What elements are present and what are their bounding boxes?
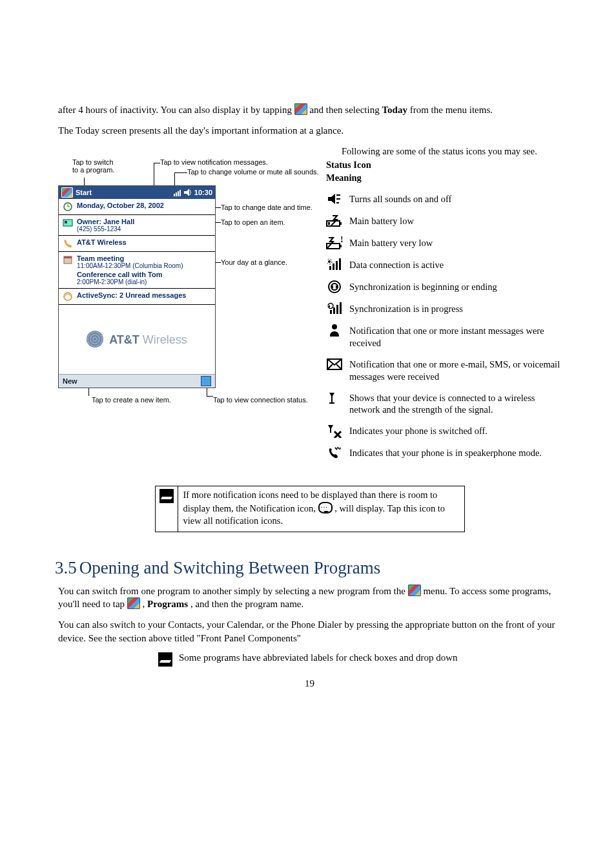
svg-rect-2 [178, 191, 179, 196]
svg-rect-21 [340, 245, 342, 247]
legend-row: Main battery low [326, 214, 561, 228]
svg-rect-19 [328, 222, 330, 225]
today-carrier-row[interactable]: AT&T Wireless [59, 236, 215, 252]
new-button[interactable]: New [63, 377, 77, 385]
legend-row: Shows that your device is connected to a… [326, 391, 561, 417]
start-label[interactable]: Start [76, 189, 92, 196]
legend-row: Notification that one or more instant me… [326, 324, 561, 349]
legend-text: Turns all sounds on and off [349, 192, 451, 205]
svg-rect-9 [65, 221, 67, 223]
im-notification-icon [326, 324, 343, 338]
legend-text: Notification that one or more instant me… [349, 324, 561, 349]
callout-datetime: Tap to change date and time. [221, 203, 313, 211]
callout-notifications: Tap to view notification messages. [160, 158, 268, 166]
legend-text: Indicates your phone is switched off. [349, 424, 488, 437]
programs-word: Programs [147, 599, 188, 609]
svg-rect-25 [336, 261, 338, 270]
notification-bubble-icon [318, 502, 333, 513]
legend-row: Indicates your phone is switched off. [326, 424, 561, 438]
title-bar[interactable]: Start 10:30 [59, 186, 215, 199]
today-screen: Start 10:30 Monda [58, 185, 216, 388]
phone-icon [63, 238, 73, 249]
svg-text:!: ! [340, 236, 343, 244]
appointment-detail: 11:00AM-12:30PM (Columbia Room) [77, 262, 183, 269]
clock-icon [63, 202, 73, 212]
svg-point-37 [332, 324, 337, 329]
mail-notification-icon [326, 357, 343, 371]
svg-rect-35 [340, 302, 342, 314]
legend-lead: Following are some of the status icons y… [342, 145, 561, 158]
today-date-row[interactable]: Monday, October 28, 2002 [59, 199, 215, 215]
svg-line-49 [338, 447, 338, 449]
calendar-icon [63, 254, 73, 265]
text: and then selecting [309, 105, 382, 115]
battery-low-icon [326, 214, 343, 228]
svg-rect-34 [336, 305, 338, 314]
abbrev-labels-note: Some programs have abbreviated labels fo… [158, 652, 561, 667]
callout-new-item: Tap to create a new item. [92, 396, 171, 404]
svg-point-27 [328, 260, 331, 263]
intro-para-2: The Today screen presents all the day's … [58, 124, 561, 137]
today-brand-area: AT&T Wireless [59, 305, 215, 374]
callout-day-glance: Your day at a glance. [221, 258, 287, 266]
callout-connection-status: Tap to view connection status. [213, 396, 308, 404]
page-number: 19 [58, 678, 561, 689]
svg-line-48 [335, 448, 337, 450]
phone-off-icon [326, 424, 343, 438]
svg-rect-0 [174, 194, 175, 196]
today-word: Today [382, 105, 407, 115]
legend-text: Data connection is active [349, 258, 444, 271]
svg-rect-1 [176, 192, 177, 196]
start-flag-icon [294, 103, 307, 115]
notification-overflow-note: If more notification icons need to be di… [155, 486, 465, 532]
signal-bars-icon[interactable] [174, 189, 181, 196]
connection-status-icon[interactable] [201, 376, 211, 386]
owner-name: Owner: Jane Hall [77, 218, 134, 225]
clock-time[interactable]: 10:30 [194, 189, 212, 196]
att-globe-icon [87, 331, 103, 347]
intro-para-1: after 4 hours of inactivity. You can als… [58, 103, 561, 116]
section-title: Opening and Switching Between Programs [79, 558, 380, 577]
legend-row: Notification that one or more e-mail, SM… [326, 357, 561, 383]
svg-rect-32 [330, 310, 332, 314]
start-flag-icon [127, 597, 140, 609]
svg-rect-11 [64, 256, 72, 258]
callout-open-item: Tap to open an item. [221, 218, 285, 226]
sync-progress-icon [326, 302, 343, 316]
text: after 4 hours of inactivity. You can als… [58, 105, 294, 115]
legend-row: ! Main battery very low [326, 236, 561, 250]
volume-icon[interactable] [184, 189, 192, 196]
legend-text: Shows that your device is connected to a… [349, 391, 561, 417]
svg-rect-33 [333, 307, 335, 314]
owner-phone: (425) 555-1234 [77, 225, 134, 233]
svg-line-39 [327, 364, 333, 369]
carrier-label: AT&T Wireless [77, 238, 127, 246]
svg-line-40 [336, 364, 342, 369]
activesync-text: ActiveSync: 2 Unread messages [77, 291, 186, 299]
today-date: Monday, October 28, 2002 [77, 202, 164, 209]
data-active-icon [326, 258, 343, 272]
legend-text: Synchronization is in progress [349, 302, 463, 315]
legend-row: Turns all sounds on and off [326, 192, 561, 206]
legend-text: Notification that one or more e-mail, SM… [349, 357, 561, 383]
today-activesync-row[interactable]: ActiveSync: 2 Unread messages [59, 289, 215, 305]
note-icon [158, 652, 172, 667]
legend-row: Synchronization is beginning or ending [326, 280, 561, 294]
start-flag-icon[interactable] [61, 187, 73, 198]
owner-card-icon [63, 218, 73, 228]
body-para-2: You can also switch to your Contacts, yo… [58, 618, 561, 645]
svg-rect-26 [339, 258, 341, 270]
svg-rect-24 [333, 264, 334, 270]
body-para-1: You can switch from one program to anoth… [58, 585, 561, 611]
sound-toggle-icon [326, 192, 343, 206]
section-heading: 3.5Opening and Switching Between Program… [55, 558, 561, 578]
svg-point-29 [329, 281, 340, 293]
svg-rect-18 [340, 222, 342, 225]
today-appointments-row[interactable]: Team meeting 11:00AM-12:30PM (Columbia R… [59, 252, 215, 289]
legend-text: Main battery very low [349, 236, 433, 249]
appointment-title: Team meeting [77, 254, 183, 262]
legend-text: Main battery low [349, 214, 414, 227]
svg-rect-23 [329, 266, 331, 270]
today-owner-row[interactable]: Owner: Jane Hall (425) 555-1234 [59, 215, 215, 236]
battery-very-low-icon: ! [326, 236, 343, 250]
